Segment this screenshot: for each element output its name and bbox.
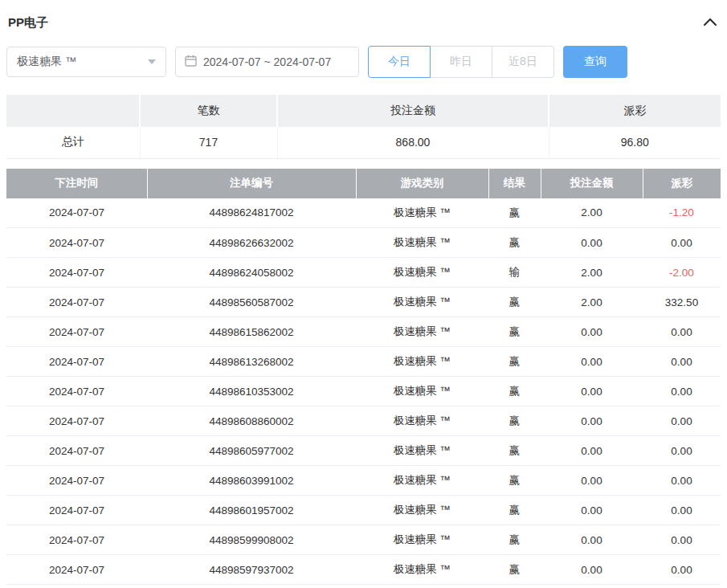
summary-total-cell: 868.00 [277, 127, 549, 158]
table-row: 2024-07-0744898560587002极速糖果 ™赢2.00332.5… [6, 288, 721, 317]
table-row: 2024-07-0744898603991002极速糖果 ™赢0.000.00 [6, 466, 721, 496]
table-row: 2024-07-0744898624817002极速糖果 ™赢2.00-1.20 [6, 198, 721, 228]
cell-order_no: 44898603991002 [147, 466, 356, 496]
summary-table: 笔数投注金额派彩 总计717868.0096.80 [6, 95, 721, 159]
cell-game: 极速糖果 ™ [356, 377, 488, 406]
cell-payout: 0.00 [643, 496, 721, 525]
cell-result: 赢 [488, 466, 541, 496]
date-range-value: 2024-07-07 ~ 2024-07-07 [203, 55, 331, 68]
summary-column-header: 笔数 [140, 95, 277, 127]
summary-total-row: 总计717868.0096.80 [6, 127, 721, 158]
cell-order_no: 44898624058002 [147, 258, 356, 288]
cell-date: 2024-07-07 [6, 496, 147, 525]
table-row: 2024-07-0744898610353002极速糖果 ™赢0.000.00 [6, 377, 721, 406]
summary-total-cell: 总计 [6, 127, 140, 158]
bet-column-header: 投注金额 [541, 169, 643, 198]
bet-column-header: 结果 [488, 169, 541, 198]
cell-game: 极速糖果 ™ [356, 198, 488, 228]
bet-column-header: 游戏类别 [356, 169, 488, 198]
cell-game: 极速糖果 ™ [356, 555, 488, 585]
search-button[interactable]: 查询 [563, 46, 627, 78]
chevron-up-icon [703, 17, 717, 29]
cell-date: 2024-07-07 [6, 317, 147, 347]
cell-date: 2024-07-07 [6, 198, 147, 228]
cell-date: 2024-07-07 [6, 258, 147, 288]
bet-column-header: 注单编号 [147, 169, 356, 198]
cell-order_no: 44898601957002 [147, 496, 356, 525]
cell-payout: 0.00 [643, 406, 721, 436]
cell-date: 2024-07-07 [6, 288, 147, 317]
cell-bet: 0.00 [541, 377, 643, 406]
cell-payout: 0.00 [643, 377, 721, 406]
cell-bet: 0.00 [541, 496, 643, 525]
cell-result: 赢 [488, 406, 541, 436]
cell-game: 极速糖果 ™ [356, 466, 488, 496]
bet-table-header-row: 下注时间注单编号游戏类别结果投注金额派彩 [6, 169, 721, 198]
summary-total-cell: 717 [140, 127, 277, 158]
cell-bet: 0.00 [541, 466, 643, 496]
cell-payout: 0.00 [643, 228, 721, 258]
cell-game: 极速糖果 ™ [356, 347, 488, 377]
cell-date: 2024-07-07 [6, 466, 147, 496]
cell-result: 赢 [488, 198, 541, 228]
bet-table-body: 2024-07-0744898624817002极速糖果 ™赢2.00-1.20… [6, 198, 721, 585]
bet-column-header: 派彩 [643, 169, 721, 198]
cell-game: 极速糖果 ™ [356, 228, 488, 258]
quick-filter-button[interactable]: 昨日 [430, 46, 492, 78]
cell-date: 2024-07-07 [6, 377, 147, 406]
collapse-panel-button[interactable] [701, 15, 719, 31]
table-row: 2024-07-0744898615862002极速糖果 ™赢0.000.00 [6, 317, 721, 347]
filter-bar: 极速糖果 ™ 2024-07-07 ~ 2024-07-07 今日昨日近8日 查… [6, 46, 721, 78]
cell-date: 2024-07-07 [6, 347, 147, 377]
table-row: 2024-07-0744898601957002极速糖果 ™赢0.000.00 [6, 496, 721, 525]
cell-result: 赢 [488, 377, 541, 406]
cell-order_no: 44898608860002 [147, 406, 356, 436]
cell-order_no: 44898560587002 [147, 288, 356, 317]
summary-header-row: 笔数投注金额派彩 [6, 95, 721, 127]
cell-game: 极速糖果 ™ [356, 496, 488, 525]
cell-game: 极速糖果 ™ [356, 288, 488, 317]
cell-bet: 0.00 [541, 228, 643, 258]
cell-bet: 0.00 [541, 317, 643, 347]
cell-payout: 0.00 [643, 347, 721, 377]
cell-bet: 2.00 [541, 288, 643, 317]
date-range-input[interactable]: 2024-07-07 ~ 2024-07-07 [175, 47, 359, 77]
cell-result: 赢 [488, 436, 541, 466]
table-row: 2024-07-0744898613268002极速糖果 ™赢0.000.00 [6, 347, 721, 377]
cell-game: 极速糖果 ™ [356, 525, 488, 555]
summary-column-header: 派彩 [549, 95, 721, 127]
cell-bet: 2.00 [541, 258, 643, 288]
summary-column-header: 投注金额 [277, 95, 549, 127]
table-row: 2024-07-0744898605977002极速糖果 ™赢0.000.00 [6, 436, 721, 466]
game-select[interactable]: 极速糖果 ™ [6, 47, 166, 77]
cell-order_no: 44898599908002 [147, 525, 356, 555]
cell-payout: 0.00 [643, 466, 721, 496]
table-row: 2024-07-0744898597937002极速糖果 ™赢0.000.00 [6, 555, 721, 585]
cell-result: 赢 [488, 228, 541, 258]
cell-payout: 0.00 [643, 525, 721, 555]
bet-table: 下注时间注单编号游戏类别结果投注金额派彩 2024-07-07448986248… [6, 169, 721, 586]
cell-game: 极速糖果 ™ [356, 406, 488, 436]
table-row: 2024-07-0744898624058002极速糖果 ™输2.00-2.00 [6, 258, 721, 288]
cell-result: 赢 [488, 555, 541, 585]
cell-payout: -1.20 [643, 198, 721, 228]
cell-date: 2024-07-07 [6, 228, 147, 258]
cell-order_no: 44898613268002 [147, 347, 356, 377]
summary-total-cell: 96.80 [549, 127, 721, 158]
cell-order_no: 44898597937002 [147, 555, 356, 585]
cell-date: 2024-07-07 [6, 525, 147, 555]
cell-date: 2024-07-07 [6, 406, 147, 436]
game-select-value: 极速糖果 ™ [17, 55, 76, 69]
page-title: PP电子 [8, 15, 48, 31]
bet-column-header: 下注时间 [6, 169, 147, 198]
cell-game: 极速糖果 ™ [356, 436, 488, 466]
panel-header: PP电子 [6, 0, 721, 32]
cell-bet: 2.00 [541, 198, 643, 228]
table-row: 2024-07-0744898599908002极速糖果 ™赢0.000.00 [6, 525, 721, 555]
cell-result: 赢 [488, 525, 541, 555]
cell-game: 极速糖果 ™ [356, 258, 488, 288]
table-row: 2024-07-0744898626632002极速糖果 ™赢0.000.00 [6, 228, 721, 258]
quick-filter-button[interactable]: 近8日 [492, 46, 554, 78]
cell-result: 赢 [488, 496, 541, 525]
quick-filter-button[interactable]: 今日 [368, 46, 431, 78]
